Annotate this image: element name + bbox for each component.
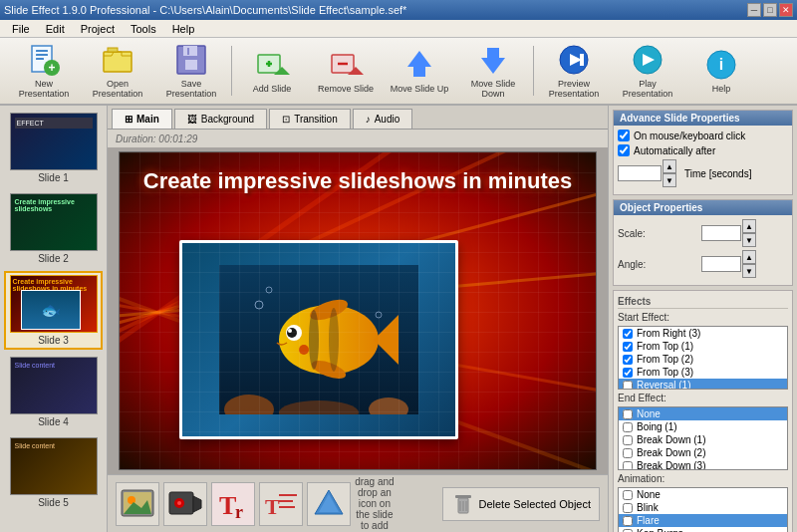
scale-spin: 0.60 ▲ ▼: [701, 219, 756, 247]
scale-spin-buttons: ▲ ▼: [742, 219, 756, 247]
svg-point-37: [287, 328, 297, 338]
slide-image-3: Create impressive slideshows in minutes …: [10, 275, 98, 333]
object-properties-section: Object Properties Scale: 0.60 ▲ ▼ Angle:: [613, 199, 793, 286]
animation-label: Animation:: [618, 473, 697, 484]
scale-spin-down[interactable]: ▼: [742, 233, 756, 247]
svg-rect-22: [487, 48, 499, 58]
svg-point-41: [309, 310, 319, 370]
tab-bar: ⊞ Main 🖼 Background ⊡ Transition ♪ Audio: [108, 106, 608, 130]
tab-transition-label: Transition: [294, 114, 338, 125]
remove-slide-button[interactable]: Remove Slide: [310, 41, 382, 101]
anim-item-1[interactable]: Blink: [619, 501, 787, 514]
menu-help[interactable]: Help: [164, 22, 203, 36]
svg-rect-59: [279, 500, 293, 502]
animation-listbox[interactable]: None Blink Flare Ken Burns Left Perspect…: [618, 487, 788, 532]
scale-label: Scale:: [618, 228, 697, 239]
end-effect-item-4[interactable]: Break Down (3): [619, 459, 787, 470]
slide-label-2: Slide 2: [38, 253, 69, 264]
menu-tools[interactable]: Tools: [123, 22, 164, 36]
start-effect-item-1[interactable]: From Top (1): [619, 340, 787, 353]
tab-audio[interactable]: ♪ Audio: [353, 109, 413, 129]
close-button[interactable]: ✕: [779, 3, 793, 17]
svg-rect-2: [36, 54, 48, 56]
open-presentation-button[interactable]: Open Presentation: [82, 41, 153, 101]
advance-slide-body: On mouse/keyboard click Automatically af…: [614, 126, 792, 194]
menubar: File Edit Project Tools Help: [0, 20, 797, 38]
start-effect-item-3[interactable]: From Top (3): [619, 366, 787, 379]
end-effect-listbox[interactable]: None Boing (1) Break Down (1) Break Down…: [618, 406, 788, 470]
slide-image-1: EFFECT: [10, 113, 98, 170]
tab-main-label: Main: [136, 114, 159, 125]
end-effect-item-3[interactable]: Break Down (2): [619, 446, 787, 459]
start-effect-item-2[interactable]: From Top (2): [619, 353, 787, 366]
maximize-button[interactable]: □: [763, 3, 777, 17]
end-effect-item-2[interactable]: Break Down (1): [619, 433, 787, 446]
svg-marker-52: [193, 496, 201, 512]
angle-input[interactable]: -365: [701, 256, 741, 272]
slide-thumb-4[interactable]: Slide content Slide 4: [4, 354, 103, 430]
end-effect-row: End Effect:: [618, 393, 788, 403]
scale-spin-up[interactable]: ▲: [742, 219, 756, 233]
preview-presentation-button[interactable]: Preview Presentation: [538, 41, 610, 101]
duration-bar: Duration: 00:01:29: [108, 130, 608, 147]
delete-selected-button[interactable]: Delete Selected Object: [442, 487, 601, 521]
tab-transition[interactable]: ⊡ Transition: [269, 109, 351, 129]
help-button[interactable]: i Help: [685, 41, 757, 101]
delete-selected-label: Delete Selected Object: [479, 498, 592, 510]
angle-spin-down[interactable]: ▼: [742, 264, 756, 278]
start-effect-listbox[interactable]: From Right (3) From Top (1) From Top (2)…: [618, 326, 788, 390]
menu-edit[interactable]: Edit: [38, 22, 73, 36]
slide-thumb-2[interactable]: Create impressive slideshows Slide 2: [4, 190, 103, 267]
slide-thumb-5[interactable]: Slide content Slide 5: [4, 434, 103, 511]
time-input[interactable]: 19.00: [618, 165, 662, 181]
save-presentation-button[interactable]: Save Presentation: [155, 41, 227, 101]
menu-project[interactable]: Project: [73, 22, 123, 36]
start-effect-item-4[interactable]: Reversal (1): [619, 379, 787, 390]
advance-slide-header: Advance Slide Properties: [614, 111, 792, 126]
start-effect-item-0[interactable]: From Right (3): [619, 327, 787, 340]
video-tool-button[interactable]: [163, 482, 207, 526]
svg-marker-25: [580, 54, 584, 66]
text2-tool-button[interactable]: T: [259, 482, 303, 526]
anim-item-0[interactable]: None: [619, 488, 787, 501]
slide-thumb-3[interactable]: Create impressive slideshows in minutes …: [4, 271, 103, 350]
image-tool-button[interactable]: [116, 482, 159, 526]
new-presentation-icon: +: [26, 42, 62, 78]
time-spin-down[interactable]: ▼: [663, 173, 676, 187]
tab-background[interactable]: 🖼 Background: [174, 109, 267, 129]
new-presentation-button[interactable]: + New Presentation: [8, 41, 80, 101]
angle-spin-up[interactable]: ▲: [742, 250, 756, 264]
tab-main[interactable]: ⊞ Main: [112, 109, 172, 129]
on-mouse-checkbox[interactable]: [618, 130, 630, 141]
anim-item-2[interactable]: Flare: [619, 514, 787, 527]
add-slide-button[interactable]: Add Slide: [236, 41, 308, 101]
help-label: Help: [712, 85, 731, 95]
end-effect-item-0[interactable]: None: [619, 407, 787, 420]
on-mouse-row: On mouse/keyboard click: [618, 130, 788, 141]
anim-item-3[interactable]: Ken Burns: [619, 527, 787, 532]
menu-file[interactable]: File: [4, 22, 38, 36]
auto-after-checkbox[interactable]: [618, 144, 630, 156]
slide-label-5: Slide 5: [38, 497, 69, 508]
play-presentation-button[interactable]: Play Presentation: [612, 41, 683, 101]
time-spin-up[interactable]: ▲: [663, 159, 676, 173]
shape-tool-button[interactable]: [307, 482, 351, 526]
minimize-button[interactable]: ─: [747, 3, 761, 17]
preview-presentation-icon: [556, 42, 592, 78]
scale-input[interactable]: 0.60: [701, 225, 741, 241]
move-slide-up-button[interactable]: Move Slide Up: [384, 41, 455, 101]
center-content: ⊞ Main 🖼 Background ⊡ Transition ♪ Audio…: [108, 106, 608, 532]
slide-thumb-1[interactable]: EFFECT Slide 1: [4, 110, 103, 186]
time-row: 19.00 ▲ ▼ Time [seconds]: [618, 159, 788, 187]
text-tool-button[interactable]: T r: [211, 482, 255, 526]
svg-rect-10: [185, 60, 197, 70]
svg-text:+: +: [48, 61, 55, 75]
move-slide-down-button[interactable]: Move Slide Down: [457, 41, 529, 101]
time-unit-label: Time [seconds]: [684, 168, 751, 179]
slide-canvas[interactable]: Create impressive slideshows in minutes: [108, 147, 608, 474]
svg-rect-9: [183, 46, 197, 56]
svg-text:i: i: [719, 56, 723, 73]
fish-image[interactable]: [179, 240, 458, 439]
open-presentation-label: Open Presentation: [85, 80, 150, 100]
end-effect-item-1[interactable]: Boing (1): [619, 420, 787, 433]
